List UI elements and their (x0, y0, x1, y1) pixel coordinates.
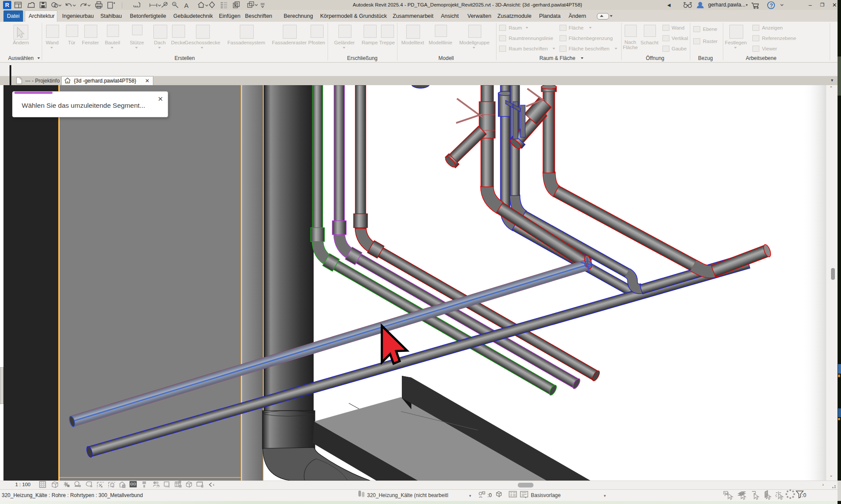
svg-text:1: 1 (173, 3, 175, 6)
svg-text:A: A (184, 2, 189, 9)
svg-text:?: ? (770, 3, 773, 9)
